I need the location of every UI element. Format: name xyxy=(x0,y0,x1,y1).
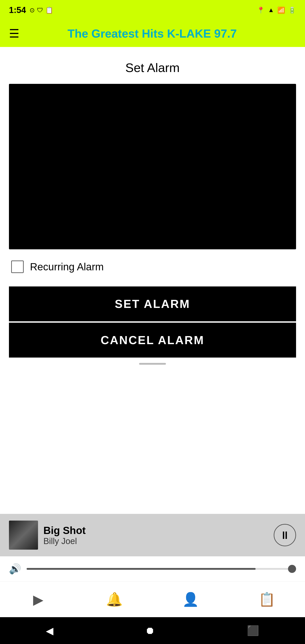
battery-icon: 🔋 xyxy=(288,6,296,14)
recurring-alarm-row: Recurring Alarm xyxy=(9,260,296,273)
signal-icon: 📶 xyxy=(277,6,285,14)
volume-track[interactable] xyxy=(26,568,296,570)
main-content: Set Alarm Recurring Alarm SET ALARM CANC… xyxy=(0,47,305,514)
clipboard-icon: 📋 xyxy=(46,6,53,14)
recurring-alarm-checkbox[interactable] xyxy=(11,260,24,273)
now-playing-bar: Big Shot Billy Joel ⏸ xyxy=(0,514,305,556)
status-time: 1:54 xyxy=(9,5,26,15)
time-picker-area[interactable] xyxy=(9,84,296,249)
status-bar: 1:54 ⊙ 🛡 📋 📍 ▲ 📶 🔋 xyxy=(0,0,305,20)
app-title: The Greatest Hits K-LAKE 97.7 xyxy=(26,27,278,40)
volume-fill xyxy=(26,568,256,570)
pause-button[interactable]: ⏸ xyxy=(274,524,296,546)
shield-icon: 🛡 xyxy=(37,6,43,14)
volume-row: 🔊 xyxy=(0,556,305,582)
track-title: Big Shot xyxy=(44,524,274,536)
location-icon: 📍 xyxy=(257,6,265,14)
system-nav: ◀ ⏺ ⬛ xyxy=(0,617,305,644)
cancel-alarm-button[interactable]: CANCEL ALARM xyxy=(9,323,296,358)
pause-icon: ⏸ xyxy=(280,529,290,541)
back-button[interactable]: ◀ xyxy=(46,625,54,636)
drag-handle-bar xyxy=(139,363,166,365)
volume-icon: 🔊 xyxy=(9,563,21,575)
set-alarm-button[interactable]: SET ALARM xyxy=(9,286,296,321)
nav-play[interactable]: ▶ xyxy=(0,582,76,617)
page-title: Set Alarm xyxy=(9,60,296,75)
drag-handle xyxy=(9,358,296,368)
volume-thumb xyxy=(288,565,296,573)
wifi-icon: ▲ xyxy=(268,6,274,14)
recent-button[interactable]: ⬛ xyxy=(247,625,259,636)
album-art xyxy=(9,520,38,550)
bottom-nav: ▶ 🔔 👤 📋 xyxy=(0,582,305,617)
app-bar: ☰ The Greatest Hits K-LAKE 97.7 xyxy=(0,20,305,47)
nav-notes[interactable]: 📋 xyxy=(229,582,305,617)
now-playing-info: Big Shot Billy Joel xyxy=(44,524,274,546)
menu-icon[interactable]: ☰ xyxy=(9,27,20,40)
nav-alarm[interactable]: 🔔 xyxy=(76,582,152,617)
recurring-alarm-label: Recurring Alarm xyxy=(30,261,104,273)
home-button[interactable]: ⏺ xyxy=(145,625,155,636)
track-artist: Billy Joel xyxy=(44,536,274,546)
timer-icon: ⊙ xyxy=(30,6,35,14)
nav-contacts[interactable]: 👤 xyxy=(152,582,229,617)
